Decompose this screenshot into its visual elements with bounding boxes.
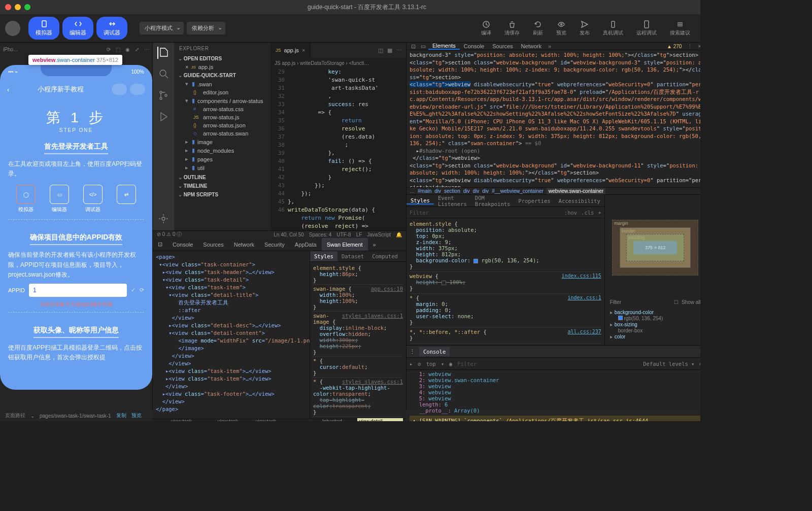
reload-icon[interactable]: ⟳ [140,287,144,293]
st-a11y[interactable]: Accessibility [555,198,604,204]
st-styles[interactable]: Styles [407,197,434,205]
breadcrumb[interactable]: JS app.js › writeDataToStorage › <functi… [270,58,406,68]
swan-tab[interactable]: Network [229,238,259,251]
levels-select[interactable]: Default levels ▾ [643,361,694,367]
st-dom[interactable]: DOM Breakpoints [471,195,515,207]
box-model[interactable]: margin border padding 375 × 812 [612,220,698,276]
eye-icon[interactable]: ◉ [449,361,452,367]
capsule-close-icon[interactable] [130,84,145,95]
inherited-chip[interactable]: view.detail-conte… [357,418,403,422]
dep-select[interactable]: 依赖分析 [187,22,225,35]
expand-icon[interactable]: ⤢ [135,47,139,52]
tb-device-debug[interactable]: 真机调试 [598,20,628,37]
open-editor-item[interactable]: × JS app.js [174,63,270,71]
folder-item[interactable]: ▮ components / arrow-status [174,96,270,105]
more-tabs-icon[interactable]: » [546,43,554,49]
files-icon[interactable] [157,47,170,59]
computed-filter[interactable]: Filter [610,299,671,305]
elements-panel[interactable]: background-3" style="position: absolute;… [407,50,700,187]
close-icon[interactable]: × [302,47,305,53]
appid-input[interactable]: 1 [29,284,127,297]
filter-input[interactable]: Filter [410,210,561,216]
eol[interactable]: LF [356,232,362,237]
expand-icon[interactable]: ▸ [410,361,413,367]
file-item[interactable]: {}editor.json [174,88,270,96]
back-icon[interactable]: ‹ [7,86,9,93]
device-toggle-icon[interactable]: ▭ [418,43,428,50]
window-controls[interactable] [5,4,30,10]
scope-select[interactable]: top [426,361,436,367]
search-icon[interactable] [158,68,169,80]
cls-toggle[interactable]: .cls [581,210,594,216]
encoding[interactable]: UTF-8 [336,232,351,237]
style-rules[interactable]: element.style { position: absolute; top:… [407,218,604,345]
rotate-icon[interactable]: ⟳ [107,47,111,52]
add-rule-icon[interactable]: + [598,210,601,216]
chevron-down-icon[interactable]: ▾ [441,361,444,367]
npm-hdr[interactable]: NPM SCRIPTS [174,190,270,199]
swan-crumbs[interactable]: page view.task-container view.task-detai… [153,419,406,421]
tab-network[interactable]: Network [517,43,546,50]
tab-console[interactable]: Console [460,43,488,50]
folder-item[interactable]: ▮ pages [174,155,270,163]
elements-crumbs[interactable]: … #main div section div div div #__webvi… [407,187,700,195]
gear-icon[interactable]: ⚙ [699,361,700,367]
tb-refresh[interactable]: 刷新 [528,20,548,37]
project-hdr[interactable]: GUIDE-QUICK-START [174,71,270,80]
folder-item[interactable]: ▮ image [174,138,270,146]
computed-list[interactable]: background-color rgb(50, 136, 254)box-si… [610,309,700,340]
kebab-icon[interactable]: ⋮ [685,43,695,50]
close-window-icon[interactable] [5,4,11,10]
hov-toggle[interactable]: :hov [564,210,577,216]
route-path[interactable]: pages/swan-task-1/swan-task-1 [40,413,111,419]
timeline-hdr[interactable]: TIMELINE [174,182,270,190]
st-events[interactable]: Event Listeners [434,195,471,207]
folder-item[interactable]: ▮ node_modules [174,146,270,155]
lang[interactable]: JavaScript [367,232,391,237]
cursor-pos[interactable]: Ln 40, Col 50 [274,232,304,237]
device-name[interactable]: iPho… [3,47,18,52]
pill-editor[interactable]: 编辑器 [62,17,93,40]
zoom-window-icon[interactable] [24,4,30,10]
tb-remote-debug[interactable]: 远程调试 [631,20,662,37]
computed-tab[interactable]: Computed [368,251,402,261]
clear-icon[interactable]: ⊘ [418,361,421,367]
more-icon[interactable]: » [368,238,381,251]
tb-preview[interactable]: 预览 [551,20,571,37]
minimize-window-icon[interactable] [15,4,21,10]
tb-publish[interactable]: 发布 [574,20,595,37]
console-tab[interactable]: Console [419,347,450,356]
swan-rules[interactable]: element.style { height:86px;}app.css:10s… [310,262,406,419]
gear-icon[interactable] [158,213,169,225]
file-item[interactable]: {}arrow-status.json [174,121,270,129]
bell-icon[interactable]: 🔔 [396,232,402,237]
scm-icon[interactable] [158,89,169,101]
swan-tab[interactable]: Console [167,238,198,251]
outline-hdr[interactable]: OUTLINE [174,173,270,182]
open-editors-hdr[interactable]: OPEN EDITORS [174,54,270,63]
split-icon[interactable]: ◫ [378,47,383,54]
folder-item[interactable]: ▮ util [174,163,270,172]
debug-activity-icon[interactable] [158,111,169,123]
tb-suggest[interactable]: 搜索建议 [665,20,695,37]
file-item[interactable]: ◇arrow-status.swan [174,129,270,138]
tab-elements[interactable]: Elements [428,43,460,50]
preview-button[interactable]: 预览 [131,412,142,419]
styles-tab[interactable]: Styles [310,251,337,261]
camera-icon[interactable]: ◉ [125,47,130,52]
console-output[interactable]: 1: webview 2: webview.swan-container 3: … [407,370,700,421]
kebab-icon[interactable]: ⋮ [410,349,415,355]
file-item[interactable]: JSarrow-status.js [174,113,270,121]
code-area[interactable]: 29 30 31 32 33 34 35 36 37 38 39 40 41 4… [270,68,406,230]
dataset-tab[interactable]: Dataset [337,251,368,261]
pill-debugger[interactable]: 调试器 [96,17,127,40]
swan-dom-tree[interactable]: <page> ▾<view class="task-container"> ▸<… [153,251,310,419]
st-props[interactable]: Properties [514,198,554,204]
folder-item[interactable]: ▮ .swan [174,80,270,88]
tab-sources[interactable]: Sources [488,43,517,50]
close-icon[interactable]: × [695,43,700,49]
more-icon[interactable]: ⋯ [396,47,402,54]
tb-compile[interactable]: 编译 [476,20,496,37]
mode-select[interactable]: 小程序模式 [140,22,184,35]
avatar[interactable] [5,21,20,36]
